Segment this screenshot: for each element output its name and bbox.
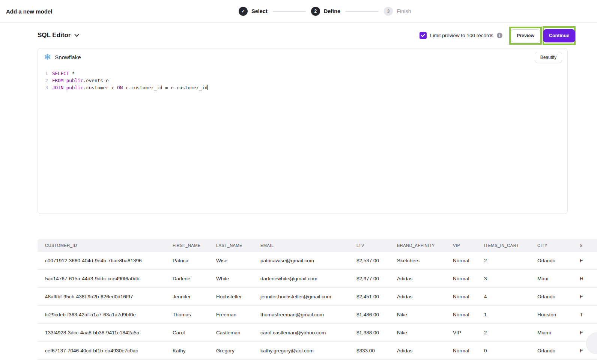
cell: Patrica (173, 258, 216, 263)
column-header-city: CITY (537, 243, 580, 248)
table-row[interactable]: cef67137-7046-40cd-bf1b-ea4930e7c0acKath… (38, 342, 597, 360)
cell: Hochstetler (216, 294, 260, 299)
editor-type-dropdown[interactable]: SQL Editor (38, 23, 79, 48)
cell: 133f4928-3dcc-4aa8-bb38-9411c1842a5a (45, 330, 173, 335)
column-header-ltv: LTV (356, 243, 397, 248)
code-line[interactable]: 2FROM public.events e (43, 77, 567, 84)
cell: F (580, 258, 597, 263)
column-header-items_in_cart: ITEMS_IN_CART (484, 243, 537, 248)
column-header-s: S (580, 243, 597, 248)
sql-code-editor[interactable]: 1SELECT *2FROM public.events e3JOIN publ… (38, 66, 567, 91)
cell: $1,388.00 (356, 330, 397, 335)
snowflake-icon: ❄ (44, 53, 51, 62)
preview-annotation-box: Preview (509, 27, 542, 45)
cell: carol.castleman@yahoo.com (260, 330, 356, 335)
cell: Nike (397, 330, 453, 335)
line-number: 1 (43, 70, 48, 77)
column-header-customer_id: CUSTOMER_ID (45, 243, 173, 248)
cell: Gregory (216, 348, 260, 353)
beautify-button[interactable]: Beautify (535, 52, 562, 63)
check-icon (421, 34, 425, 37)
code-text: FROM public.events e (52, 77, 109, 84)
step-number: 2 (311, 7, 320, 16)
cell: H (580, 276, 597, 281)
page-title: Add a new model (6, 0, 52, 23)
continue-button[interactable]: Continue (543, 29, 575, 42)
step-connector (273, 11, 306, 12)
cell: Adidas (397, 294, 453, 299)
cell: kathy.gregory@aol.com (260, 348, 356, 353)
column-header-email: EMAIL (260, 243, 356, 248)
step-select[interactable]: ✓Select (239, 7, 268, 16)
table-row[interactable]: 5ac14767-615a-44d3-9ddc-cce490f6a0dbDarl… (38, 270, 597, 288)
column-header-vip: VIP (453, 243, 484, 248)
cell: Nike (397, 312, 453, 317)
table-body: c0071912-3660-404d-9e4b-7bae8ba81396Patr… (38, 252, 597, 360)
cell: 1 (484, 312, 537, 317)
cell: Houston (537, 312, 580, 317)
cell: 5ac14767-615a-44d3-9ddc-cce490f6a0db (45, 276, 173, 281)
step-label: Finish (397, 8, 411, 14)
cell: Orlando (537, 294, 580, 299)
cell: jennifer.hochstetler@gmail.com (260, 294, 356, 299)
cell: Adidas (397, 348, 453, 353)
preview-button[interactable]: Preview (511, 29, 540, 42)
cell: darlenewhite@gmail.com (260, 276, 356, 281)
preview-table: CUSTOMER_IDFIRST_NAMELAST_NAMEEMAILLTVBR… (38, 239, 597, 360)
step-define[interactable]: 2Define (311, 7, 340, 16)
limit-preview-label: Limit preview to 100 records (430, 33, 493, 38)
table-row[interactable]: 48afffbf-95cb-438f-9a2b-626ed0d16f97Jenn… (38, 288, 597, 306)
cell: T (580, 312, 597, 317)
cell: $2,537.00 (356, 258, 397, 263)
step-label: Define (324, 8, 340, 14)
stepper: ✓Select2Define3Finish (239, 0, 411, 23)
line-number: 3 (43, 84, 48, 91)
cell: $1,486.00 (356, 312, 397, 317)
limit-preview-control: Limit preview to 100 records i (420, 23, 502, 48)
cell: patricawise@gmail.com (260, 258, 356, 263)
cell: Thomas (173, 312, 216, 317)
cell: Miami (537, 330, 580, 335)
cell: $333.00 (356, 348, 397, 353)
info-icon[interactable]: i (497, 33, 502, 38)
code-line[interactable]: 3JOIN public.customer c ON c.customer_id… (43, 84, 567, 91)
column-header-brand_affinity: BRAND_AFFINITY (397, 243, 453, 248)
step-number: 3 (384, 7, 393, 16)
chevron-down-icon (74, 34, 79, 37)
limit-preview-checkbox[interactable] (420, 32, 427, 39)
cell: Darlene (173, 276, 216, 281)
column-header-first_name: FIRST_NAME (173, 243, 216, 248)
toolbar: SQL Editor Limit preview to 100 records … (0, 23, 597, 48)
cell: 3 (484, 276, 537, 281)
table-row[interactable]: 133f4928-3dcc-4aa8-bb38-9411c1842a5aCaro… (38, 324, 597, 342)
table-row[interactable]: fc29cdeb-f363-42af-a1a7-63a1a7d9bf0eThom… (38, 306, 597, 324)
continue-annotation-box: Continue (543, 26, 576, 45)
cell: fc29cdeb-f363-42af-a1a7-63a1a7d9bf0e (45, 312, 173, 317)
cell: Maui (537, 276, 580, 281)
editor-header: ❄ Snowflake Beautify (38, 48, 567, 66)
cell: Orlando (537, 258, 580, 263)
step-finish[interactable]: 3Finish (384, 7, 411, 16)
cell: Orlando (537, 348, 580, 353)
step-label: Select (251, 8, 268, 14)
cell: 48afffbf-95cb-438f-9a2b-626ed0d16f97 (45, 294, 173, 299)
cell: thomasfreeman@gmail.com (260, 312, 356, 317)
text-cursor (208, 85, 208, 90)
code-text: JOIN public.customer c ON c.customer_id … (52, 84, 208, 91)
cell: Castleman (216, 330, 260, 335)
cell: Normal (453, 294, 484, 299)
cell: F (580, 294, 597, 299)
code-line[interactable]: 1SELECT * (43, 70, 567, 77)
cell: 4 (484, 294, 537, 299)
cell: c0071912-3660-404d-9e4b-7bae8ba81396 (45, 258, 173, 263)
code-text: SELECT * (52, 70, 75, 77)
sql-editor-panel: ❄ Snowflake Beautify 1SELECT *2FROM publ… (38, 48, 568, 214)
cell: Normal (453, 276, 484, 281)
cell: Jennifer (173, 294, 216, 299)
top-bar: Add a new model ✓Select2Define3Finish (0, 0, 597, 23)
table-row[interactable]: c0071912-3660-404d-9e4b-7bae8ba81396Patr… (38, 252, 597, 270)
cell: Normal (453, 312, 484, 317)
column-header-last_name: LAST_NAME (216, 243, 260, 248)
cell: Normal (453, 348, 484, 353)
cell: 0 (484, 348, 537, 353)
